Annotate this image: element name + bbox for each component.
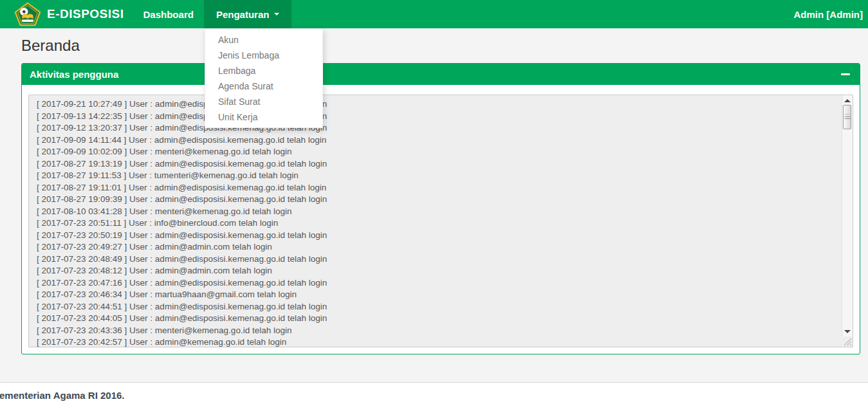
log-line: [ 2017-07-23 20:46:34 ] User : martua9ha… [37,289,833,301]
log-line: [ 2017-08-27 19:11:01 ] User : admin@edi… [37,182,833,194]
app-title: E-DISPOSISI [47,7,124,21]
brand[interactable]: E-DISPOSISI [0,0,124,28]
dropdown-item-unit-kerja[interactable]: Unit Kerja [205,109,322,125]
log-line: [ 2017-07-23 20:48:12 ] User : admin@adm… [37,265,833,277]
pengaturan-dropdown: Akun Jenis Lembaga Lembaga Agenda Surat … [205,28,323,128]
log-line: [ 2017-07-23 20:44:05 ] User : admin@edi… [37,313,833,325]
log-line: [ 2017-08-27 19:13:19 ] User : admin@edi… [37,158,833,170]
log-line: [ 2017-09-09 14:11:44 ] User : admin@edi… [37,134,833,147]
content-area: Beranda Aktivitas pengguna [ 2017-09-21 … [0,28,868,382]
scrollbar-thumb[interactable] [843,105,851,129]
resize-grip-icon[interactable] [844,338,852,346]
page-title: Beranda [21,37,80,55]
log-line: [ 2017-08-27 19:11:53 ] User : tumenteri… [37,170,833,182]
scroll-up-button[interactable] [842,96,853,105]
log-line: [ 2017-09-13 14:22:35 ] User : admin@edi… [37,111,833,123]
log-line: [ 2017-08-10 03:41:28 ] User : menteri@k… [37,206,833,218]
user-menu[interactable]: Admin [Admin] [794,0,868,28]
log-line: [ 2017-07-23 20:42:57 ] User : admin@kem… [37,336,833,347]
log-scrollbar[interactable] [842,95,853,336]
activity-panel-title: Aktivitas pengguna [30,69,118,80]
scrollbar-grip-icon [844,115,850,120]
arrow-down-icon [844,330,851,333]
log-line: [ 2017-08-27 19:09:39 ] User : admin@edi… [37,194,833,206]
log-line: [ 2017-07-23 20:47:16 ] User : admin@edi… [37,277,833,289]
caret-down-icon [274,13,279,15]
log-line: [ 2017-07-23 20:49:27 ] User : admin@adm… [37,241,833,253]
dropdown-item-jenis-lembaga[interactable]: Jenis Lembaga [205,48,322,63]
log-line: [ 2017-07-23 20:43:36 ] User : menteri@k… [37,325,833,337]
footer-copyright: ementerian Agama RI 2016. [0,390,125,401]
log-line: [ 2017-09-21 10:27:49 ] User : admin@edi… [37,98,833,111]
collapse-minus-icon[interactable] [841,73,850,75]
dropdown-item-sifat-surat[interactable]: Sifat Surat [205,94,322,109]
activity-log-textarea[interactable]: [ 2017-09-21 10:27:49 ] User : admin@edi… [28,95,853,347]
log-line: [ 2017-07-23 20:48:49 ] User : admin@edi… [37,253,833,266]
log-line: [ 2017-09-12 13:20:37 ] User : admin@edi… [37,122,833,134]
footer: ementerian Agama RI 2016. [0,382,868,404]
nav-item-pengaturan-label: Pengaturan [216,9,270,20]
activity-log-lines: [ 2017-09-21 10:27:49 ] User : admin@edi… [29,95,853,347]
arrow-up-icon [844,99,851,102]
dropdown-item-akun[interactable]: Akun [205,32,322,48]
navbar: E-DISPOSISI Dashboard Pengaturan Admin [… [0,0,868,28]
activity-panel-header: Aktivitas pengguna [22,64,860,85]
dropdown-item-agenda-surat[interactable]: Agenda Surat [205,78,322,94]
activity-panel: Aktivitas pengguna [ 2017-09-21 10:27:49… [21,63,860,354]
log-line: [ 2017-09-09 10:02:09 ] User : menteri@k… [37,146,833,158]
scroll-down-button[interactable] [842,327,853,336]
kemenag-logo-icon [14,1,41,27]
log-line: [ 2017-07-23 20:44:51 ] User : admin@edi… [37,301,833,313]
nav-item-pengaturan[interactable]: Pengaturan [204,0,292,28]
activity-panel-body: [ 2017-09-21 10:27:49 ] User : admin@edi… [22,85,860,354]
dropdown-item-lembaga[interactable]: Lembaga [205,63,322,78]
nav-item-dashboard[interactable]: Dashboard [133,0,204,28]
log-line: [ 2017-07-23 20:51:11 ] User : info@bine… [37,217,833,230]
log-line: [ 2017-07-23 20:50:19 ] User : admin@edi… [37,230,833,242]
